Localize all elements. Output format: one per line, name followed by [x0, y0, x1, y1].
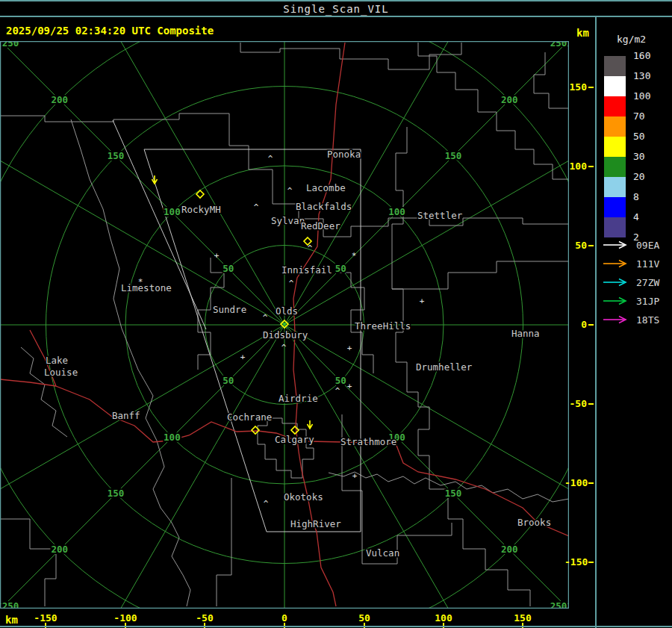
scale-label-8: 8 [633, 191, 663, 202]
azimuth-spoke [75, 325, 284, 609]
top-border-line [0, 0, 672, 1]
city-label-louise: Louise [44, 367, 78, 378]
highway-line [30, 330, 295, 442]
ring-distance-label: 250 [550, 600, 567, 609]
scale-block-8 [604, 197, 626, 217]
scale-label-50: 50 [633, 131, 663, 142]
right-axis-tick [588, 482, 594, 484]
yellow-arrow-marker [308, 420, 313, 429]
vector-label-09EA: 09EA [636, 240, 669, 251]
ring-distance-label: 250 [550, 41, 567, 49]
town-marker-glyph: + [352, 471, 358, 481]
vector-label-31JP: 31JP [636, 296, 669, 307]
scale-label-130: 130 [633, 70, 663, 81]
city-label-brooks: Brooks [517, 517, 551, 528]
town-marker-glyph: ^ [264, 499, 269, 509]
right-axis-tick [588, 324, 594, 326]
town-marker-glyph: ^ [268, 154, 273, 164]
ring-distance-label: 150 [108, 150, 125, 161]
scale-block-130 [604, 76, 626, 96]
right-axis-label--100: -100 [564, 477, 587, 488]
town-marker-glyph: + [347, 382, 352, 391]
scale-label-20: 20 [633, 171, 663, 182]
right-axis-tick [588, 562, 594, 563]
radar-map-canvas: 5050505010010010010015015015015020020020… [0, 41, 569, 609]
county-boundary [392, 261, 569, 289]
city-label-highriver: HighRiver [290, 518, 341, 529]
right-axis-label-50: 50 [564, 240, 587, 251]
radar-viewer-window: Single_Scan_VIL 2025/09/25 02:34:20 UTC … [0, 0, 672, 628]
legend-separator-line [595, 16, 597, 628]
map-svg: 5050505010010010010015015015015020020020… [0, 41, 569, 609]
ring-distance-label: 100 [388, 206, 405, 217]
scale-label-70: 70 [633, 111, 663, 122]
scale-label-160: 160 [633, 50, 663, 61]
scale-block-4 [604, 217, 626, 237]
city-label-drumheller: Drumheller [416, 361, 473, 373]
scale-block-50 [604, 137, 626, 157]
highway-line [0, 379, 56, 386]
page-title: Single_Scan_VIL [0, 3, 672, 15]
scale-label-4: 4 [633, 211, 663, 223]
vector-label-18TS: 18TS [636, 314, 669, 326]
scan-sector-line [113, 120, 206, 329]
city-label-airdrie: Airdrie [279, 393, 318, 404]
azimuth-spoke [75, 41, 284, 325]
bottom-axis-label-0: 0 [268, 612, 301, 624]
bottom-axis-label-50: 50 [348, 612, 381, 624]
ring-distance-label: 150 [445, 488, 462, 499]
titlebar-divider-line [0, 16, 672, 17]
right-axis-label--150: -150 [564, 556, 587, 568]
city-label-strathmore: Strathmore [340, 436, 396, 447]
ring-distance-label: 50 [335, 375, 346, 386]
ring-distance-label: 200 [51, 544, 68, 555]
city-label-olds: Olds [276, 305, 298, 317]
azimuth-spoke [0, 325, 284, 609]
city-label-rockymh: RockyMH [181, 204, 221, 215]
city-label-ponoka: Ponoka [327, 149, 361, 160]
county-boundary [534, 52, 569, 108]
ring-distance-label: 100 [164, 432, 181, 443]
ring-distance-label: 50 [223, 263, 234, 274]
ring-distance-label: 200 [501, 94, 518, 105]
bottom-axis-label-100: 100 [427, 612, 460, 624]
bottom-axis-label--50: -50 [188, 612, 221, 624]
right-axis-label--50: -50 [564, 398, 587, 409]
scale-block-70 [604, 116, 626, 137]
town-marker-glyph: ^ [335, 386, 340, 396]
right-axis-label-150: 150 [564, 81, 587, 93]
right-axis-label-100: 100 [564, 161, 587, 172]
city-label-innisfail: Innisfail [281, 264, 332, 276]
town-marker-glyph: ^ [254, 202, 259, 212]
town-marker-glyph: + [347, 343, 352, 353]
city-label-okotoks: Okotoks [284, 491, 323, 503]
scan-datetime-label: 2025/09/25 02:34:20 UTC Composite [6, 25, 214, 37]
radar-site-center-dot [283, 323, 286, 326]
city-label-didsbury: Didsbury [263, 329, 308, 341]
town-marker-glyph: ^ [287, 186, 293, 196]
ring-distance-label: 100 [164, 206, 181, 217]
legend-unit-label: kg/m2 [617, 34, 646, 45]
city-label-limestone: Limestone [121, 282, 172, 293]
right-axis-tick [588, 166, 594, 167]
town-marker-glyph: ^ [281, 343, 287, 352]
scale-block-160 [604, 56, 626, 76]
vector-label-111V: 111V [636, 258, 669, 270]
city-label-blackfalds: Blackfalds [296, 201, 352, 212]
scale-block-100 [604, 96, 626, 116]
town-marker-glyph: ^ [263, 313, 268, 323]
scale-block-20 [604, 177, 626, 197]
ring-distance-label: 250 [2, 600, 19, 609]
bottom-axis-label--150: -150 [29, 612, 62, 624]
scale-block-30 [604, 157, 626, 177]
scale-label-30: 30 [633, 151, 663, 162]
scale-label-100: 100 [633, 90, 663, 102]
town-marker-glyph: + [420, 296, 425, 306]
town-marker-glyph: ^ [289, 279, 294, 288]
bottom-border-line [0, 626, 672, 627]
city-label-lacombe: Lacombe [306, 182, 346, 193]
city-label-sylvan: Sylvan [271, 215, 305, 226]
county-boundary [392, 127, 429, 429]
county-boundary [0, 519, 56, 606]
county-boundary [217, 478, 231, 606]
